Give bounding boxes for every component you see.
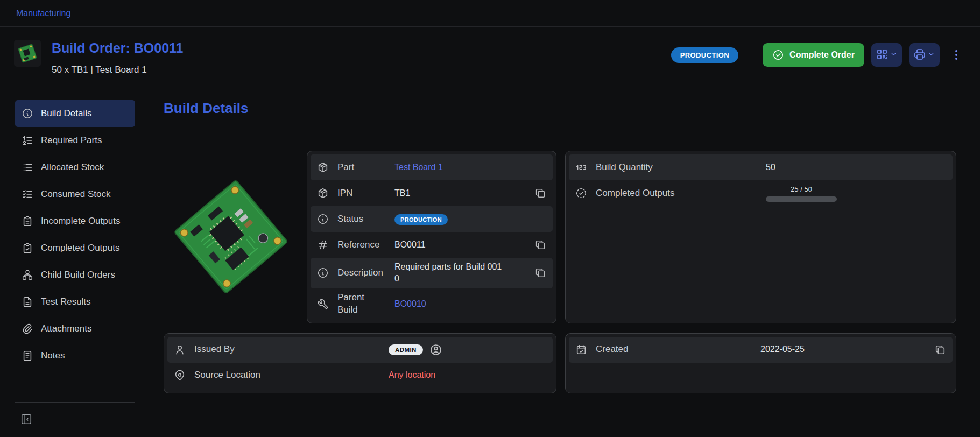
sidebar-item-incomplete-outputs[interactable]: Incomplete Outputs	[15, 208, 135, 235]
issue-table: Issued By ADMIN Source Location Any loca…	[164, 333, 556, 393]
header-title-group: Build Order: BO0011 50 x TB1 | Test Boar…	[14, 40, 184, 75]
issued-by-value: ADMIN	[389, 343, 546, 356]
page-header: Build Order: BO0011 50 x TB1 | Test Boar…	[0, 27, 980, 85]
row-label: Completed Outputs	[596, 187, 757, 200]
copy-icon	[934, 344, 946, 356]
package-icon	[317, 161, 329, 173]
progress-label: 25 / 50	[766, 185, 837, 194]
row-issued-by: Issued By ADMIN	[167, 337, 553, 363]
sidebar-item-test-results[interactable]: Test Results	[15, 288, 135, 315]
chevron-down-icon	[890, 50, 898, 60]
build-order-page: Manufacturing Build Order: BO0011 50 x T…	[0, 0, 980, 437]
info-circle-icon	[22, 108, 33, 119]
reference-value: BO0011	[394, 239, 526, 251]
info-circle-icon	[317, 213, 329, 225]
pcb-image	[164, 170, 298, 304]
copy-icon	[534, 267, 546, 279]
quantity-table: Build Quantity 50 Completed Outputs 25 /…	[565, 151, 956, 323]
row-created: Created 2022-05-25	[569, 337, 953, 363]
header-titles: Build Order: BO0011 50 x TB1 | Test Boar…	[52, 40, 184, 75]
row-label: Build Quantity	[596, 161, 757, 174]
sidebar-item-notes[interactable]: Notes	[15, 342, 135, 369]
qr-code-icon	[876, 48, 889, 62]
print-actions-button[interactable]	[909, 43, 940, 67]
sidebar-footer	[15, 402, 135, 427]
clipboard-list-icon	[22, 215, 33, 227]
source-location-value: Any location	[389, 369, 546, 381]
row-source-location: Source Location Any location	[167, 363, 553, 389]
row-label: Reference	[337, 239, 386, 251]
copy-description-button[interactable]	[534, 267, 546, 279]
sidebar-item-label: Test Results	[41, 297, 91, 307]
complete-order-button[interactable]: Complete Order	[763, 43, 864, 67]
progress-check-icon	[575, 187, 587, 199]
created-table: Created 2022-05-25	[565, 333, 956, 393]
sidebar-item-allocated-stock[interactable]: Allocated Stock	[15, 154, 135, 181]
list-numbers-icon	[22, 135, 33, 146]
copy-icon	[534, 239, 546, 251]
circle-check-icon	[772, 49, 784, 61]
sidebar-item-required-parts[interactable]: Required Parts	[15, 127, 135, 154]
build-details-table: Part Test Board 1 IPN TB1	[307, 151, 556, 323]
header-actions: PRODUCTION Complete Order	[671, 40, 964, 67]
row-label: IPN	[337, 187, 386, 200]
build-details-content: Part Test Board 1 IPN TB1	[164, 151, 956, 393]
tool-icon	[317, 298, 329, 310]
status-badge: PRODUCTION	[671, 47, 738, 63]
row-reference: Reference BO0011	[311, 232, 553, 258]
sidebar-collapse-icon	[20, 413, 32, 425]
sidebar-item-attachments[interactable]: Attachments	[15, 315, 135, 342]
file-report-icon	[22, 296, 33, 308]
row-completed-outputs: Completed Outputs 25 / 50	[569, 180, 953, 206]
sidebar-item-build-details[interactable]: Build Details	[15, 100, 135, 127]
page-subtitle: 50 x TB1 | Test Board 1	[52, 65, 184, 75]
numbers-123-icon	[575, 161, 587, 173]
row-label: Part	[337, 161, 386, 174]
clipboard-check-icon	[22, 242, 33, 254]
part-thumbnail[interactable]	[14, 40, 41, 67]
row-part: Part Test Board 1	[311, 154, 553, 180]
status-badge: PRODUCTION	[394, 214, 448, 225]
complete-order-label: Complete Order	[789, 50, 855, 60]
user-circle-icon	[429, 343, 442, 356]
parent-build-link[interactable]: BO0010	[394, 298, 546, 310]
row-ipn: IPN TB1	[311, 180, 553, 206]
description-value: Required parts for Build 0010	[394, 261, 502, 285]
created-value: 2022-05-25	[760, 343, 926, 355]
info-circle-icon	[317, 267, 329, 279]
ipn-value: TB1	[394, 187, 526, 199]
left-column: Part Test Board 1 IPN TB1	[164, 151, 556, 393]
page-title: Build Order: BO0011	[52, 40, 184, 56]
overflow-menu-button[interactable]	[949, 47, 964, 62]
top-row: Part Test Board 1 IPN TB1	[164, 151, 556, 323]
barcode-actions-button[interactable]	[871, 43, 902, 67]
sidebar-item-label: Build Details	[41, 108, 92, 119]
sidebar: Build Details Required Parts Allocated S…	[0, 85, 143, 437]
sidebar-item-consumed-stock[interactable]: Consumed Stock	[15, 181, 135, 208]
calendar-icon	[575, 344, 587, 356]
sidebar-item-child-build-orders[interactable]: Child Build Orders	[15, 262, 135, 288]
row-label: Status	[337, 213, 386, 225]
copy-reference-button[interactable]	[534, 239, 546, 251]
hash-icon	[317, 239, 329, 251]
dots-vertical-icon	[950, 48, 963, 61]
breadcrumb: Manufacturing	[0, 0, 980, 27]
part-link[interactable]: Test Board 1	[394, 161, 546, 173]
page-body: Build Details Required Parts Allocated S…	[0, 85, 980, 437]
sidebar-item-completed-outputs[interactable]: Completed Outputs	[15, 235, 135, 262]
user-icon	[174, 344, 186, 356]
package-icon	[317, 187, 329, 199]
notes-icon	[22, 350, 33, 362]
sidebar-collapse-button[interactable]	[15, 411, 38, 427]
chevron-down-icon	[927, 50, 935, 60]
breadcrumb-manufacturing[interactable]: Manufacturing	[16, 9, 70, 18]
paperclip-icon	[22, 323, 33, 335]
copy-ipn-button[interactable]	[534, 187, 546, 199]
sidebar-item-label: Incomplete Outputs	[41, 216, 120, 227]
part-image[interactable]	[164, 151, 298, 323]
completed-progress: 25 / 50	[766, 185, 837, 202]
sidebar-item-label: Child Build Orders	[41, 270, 115, 280]
list-icon	[22, 161, 33, 173]
copy-created-button[interactable]	[934, 344, 946, 356]
row-label: Source Location	[194, 369, 380, 382]
